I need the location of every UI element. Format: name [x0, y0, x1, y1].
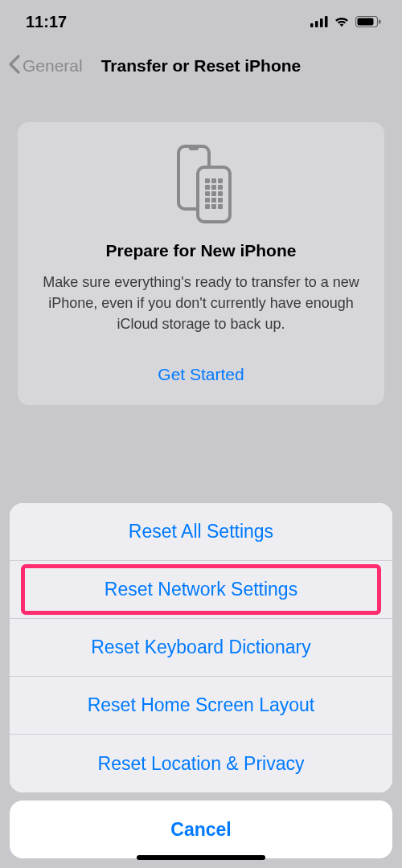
svg-rect-1 [315, 21, 318, 27]
prepare-icon [170, 145, 232, 225]
prepare-description: Make sure everything's ready to transfer… [32, 272, 370, 334]
svg-rect-21 [218, 198, 223, 203]
reset-home-screen-layout-button[interactable]: Reset Home Screen Layout [10, 677, 392, 735]
sheet-item-label: Reset Network Settings [105, 579, 297, 600]
cancel-button[interactable]: Cancel [10, 800, 392, 858]
status-time: 11:17 [26, 13, 67, 31]
reset-network-settings-button[interactable]: Reset Network Settings [10, 561, 392, 619]
svg-rect-6 [379, 19, 381, 23]
svg-rect-0 [310, 23, 314, 27]
back-button[interactable]: General [8, 55, 83, 78]
sheet-item-label: Reset All Settings [129, 521, 273, 542]
sheet-item-label: Reset Home Screen Layout [88, 694, 315, 716]
svg-rect-24 [218, 204, 223, 209]
sheet-item-label: Reset Keyboard Dictionary [91, 637, 311, 658]
home-indicator[interactable] [137, 855, 265, 860]
cancel-label: Cancel [170, 819, 231, 841]
get-started-button[interactable]: Get Started [32, 365, 370, 405]
chevron-left-icon [8, 55, 20, 78]
screen: 11:17 [0, 0, 402, 868]
svg-rect-22 [205, 204, 210, 209]
nav-bar: General Transfer or Reset iPhone [0, 43, 402, 88]
svg-rect-20 [211, 198, 216, 203]
reset-location-privacy-button[interactable]: Reset Location & Privacy [10, 735, 392, 792]
svg-rect-12 [218, 178, 223, 183]
svg-rect-13 [205, 185, 210, 190]
wifi-icon [334, 13, 350, 31]
svg-rect-11 [211, 178, 216, 183]
action-sheet-group: Reset All Settings Reset Network Setting… [10, 503, 392, 792]
svg-rect-5 [358, 18, 374, 25]
svg-rect-17 [211, 191, 216, 196]
svg-rect-19 [205, 198, 210, 203]
prepare-title: Prepare for New iPhone [32, 241, 370, 260]
action-sheet: Reset All Settings Reset Network Setting… [0, 503, 402, 868]
svg-rect-23 [211, 204, 216, 209]
sheet-item-label: Reset Location & Privacy [98, 753, 305, 775]
back-label: General [23, 56, 83, 76]
svg-rect-15 [218, 185, 223, 190]
reset-keyboard-dictionary-button[interactable]: Reset Keyboard Dictionary [10, 619, 392, 677]
prepare-card: Prepare for New iPhone Make sure everyth… [18, 122, 384, 405]
battery-icon [355, 13, 381, 31]
svg-rect-3 [325, 16, 328, 27]
status-bar: 11:17 [0, 0, 402, 43]
status-indicators [310, 13, 381, 31]
svg-rect-14 [211, 185, 216, 190]
svg-rect-18 [218, 191, 223, 196]
svg-rect-2 [320, 18, 323, 27]
svg-rect-10 [205, 178, 210, 183]
svg-rect-8 [189, 146, 199, 150]
cellular-icon [310, 13, 328, 31]
reset-all-settings-button[interactable]: Reset All Settings [10, 503, 392, 561]
svg-rect-16 [205, 191, 210, 196]
